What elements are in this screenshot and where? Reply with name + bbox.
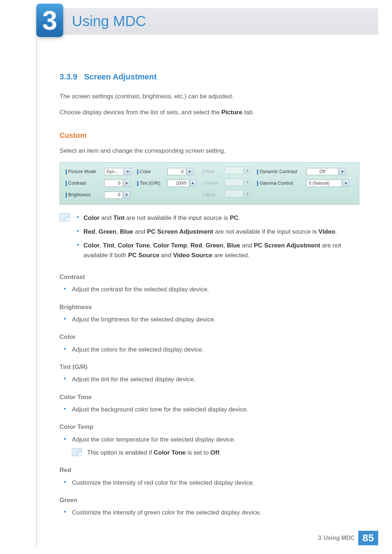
contrast-label: Contrast (64, 178, 103, 188)
picture-mode-dropdown[interactable]: Dyn... (104, 167, 134, 176)
vertical-rule (36, 38, 37, 546)
dynamic-contrast-dropdown[interactable]: Off (306, 167, 355, 176)
colortemp-heading: Color Temp (60, 422, 359, 432)
colortone-desc: Adjust the background color tone for the… (72, 405, 359, 414)
section-title: Screen Adjustment (84, 72, 157, 81)
chevron-down-icon[interactable] (343, 180, 349, 187)
brightness-desc: Adjust the brightness for the selected d… (72, 315, 359, 324)
colortone-heading: Color Tone (60, 393, 359, 402)
chevron-right-icon (244, 190, 251, 197)
chevron-right-icon[interactable] (190, 180, 196, 187)
color-stepper[interactable]: 0 (167, 167, 200, 176)
chapter-number-badge: 3 (36, 4, 63, 37)
green-desc: Customize the intensity of green color f… (72, 508, 359, 517)
note-icon (60, 213, 70, 221)
chevron-down-icon[interactable] (339, 168, 346, 175)
note-item-3: Color, Tint, Color Tone, Color Temp, Red… (75, 241, 359, 260)
picture-mode-label: Picture Mode (64, 167, 103, 176)
intro-p2b: tab. (242, 109, 254, 116)
chevron-down-icon[interactable] (124, 168, 131, 175)
custom-paragraph: Select an item and change the correspond… (60, 146, 359, 156)
color-desc: Adjust the colors for the selected displ… (72, 345, 359, 354)
green-label: Green (201, 178, 223, 188)
dynamic-contrast-label: Dynamic Contrast (256, 167, 305, 176)
intro-p2-bold: Picture (221, 109, 242, 116)
gamma-label: Gamma Control (256, 178, 305, 188)
intro-p2: Choose display devices from the list of … (60, 108, 359, 117)
brightness-heading: Brightness (60, 303, 359, 312)
color-label: Color (136, 167, 166, 176)
tint-desc: Adjust the tint for the selected display… (72, 375, 359, 384)
chapter-title: Using MDC (72, 13, 146, 29)
footer-chapter-number: 3 (318, 535, 324, 541)
chevron-right-icon (244, 178, 251, 186)
footer-chapter-label: Using MDC (324, 535, 358, 541)
colortemp-note: This option is enabled if Color Tone is … (72, 448, 359, 457)
red-stepper (225, 167, 254, 176)
note-block: Color and Tint are not available if the … (60, 213, 359, 264)
blue-label: Blue (201, 190, 223, 200)
chevron-right-icon[interactable] (187, 168, 193, 175)
tint-label: Tint (G/R) (136, 178, 166, 188)
blue-stepper (225, 190, 254, 200)
note-item-2: Red, Green, Blue and PC Screen Adjustmen… (75, 227, 359, 237)
gamma-dropdown[interactable]: 0 (Natural) (306, 178, 355, 188)
note-item-1: Color and Tint are not available if the … (75, 213, 359, 223)
footer-page-number: 85 (358, 531, 378, 545)
intro-p2a: Choose display devices from the list of … (60, 109, 221, 116)
tint-stepper[interactable]: 100/0 (167, 178, 200, 188)
green-stepper (225, 178, 254, 188)
brightness-label: Brightness (64, 190, 103, 200)
chevron-right-icon[interactable] (124, 180, 130, 187)
chevron-right-icon (244, 167, 251, 174)
chevron-right-icon[interactable] (124, 191, 130, 198)
footer: 3 Using MDC 85 (318, 531, 378, 545)
color-heading: Color (60, 332, 359, 342)
intro-p1: The screen settings (contrast, brightnes… (60, 92, 359, 101)
note-icon (72, 448, 82, 456)
custom-heading: Custom (60, 130, 359, 141)
contrast-stepper[interactable]: 0 (104, 178, 134, 188)
tint-heading: Tint (G/R) (60, 362, 359, 372)
section-number: 3.3.9 (60, 72, 77, 81)
brightness-stepper[interactable]: 0 (104, 190, 134, 200)
red-desc: Customize the intensity of red color for… (72, 478, 359, 488)
contrast-desc: Adjust the contrast for the selected dis… (72, 285, 359, 294)
red-heading: Red (60, 465, 359, 475)
green-heading: Green (60, 496, 359, 505)
red-label: Red (201, 167, 223, 176)
colortemp-desc: Adjust the color temperature for the sel… (72, 435, 359, 444)
contrast-heading: Contrast (60, 272, 359, 282)
settings-panel: Picture Mode Dyn... Color 0 Red Dynamic … (60, 162, 359, 204)
